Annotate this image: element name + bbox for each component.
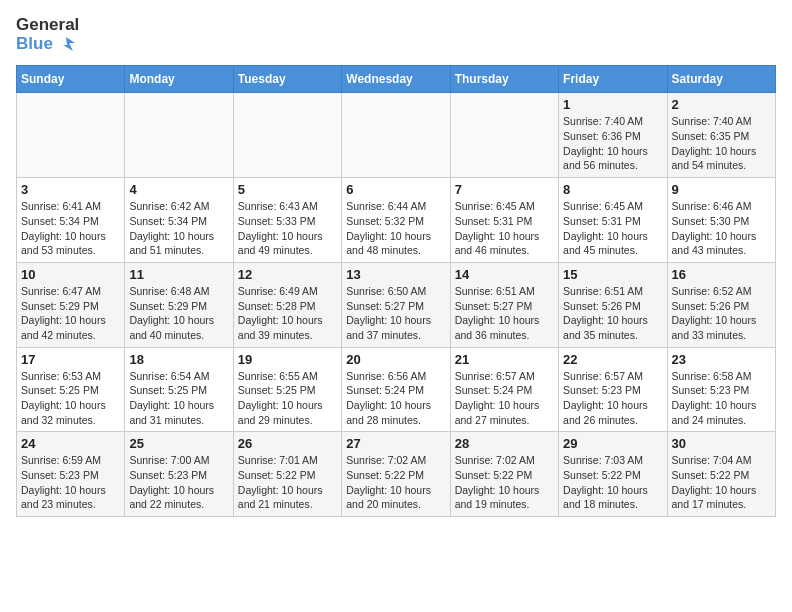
day-info: Sunrise: 6:54 AM Sunset: 5:25 PM Dayligh… xyxy=(129,369,228,428)
logo-blue: Blue xyxy=(16,35,79,54)
weekday-header-friday: Friday xyxy=(559,66,667,93)
day-info: Sunrise: 6:53 AM Sunset: 5:25 PM Dayligh… xyxy=(21,369,120,428)
day-number: 20 xyxy=(346,352,445,367)
day-number: 11 xyxy=(129,267,228,282)
day-info: Sunrise: 6:59 AM Sunset: 5:23 PM Dayligh… xyxy=(21,453,120,512)
day-info: Sunrise: 7:40 AM Sunset: 6:35 PM Dayligh… xyxy=(672,114,771,173)
day-number: 26 xyxy=(238,436,337,451)
calendar-cell: 29Sunrise: 7:03 AM Sunset: 5:22 PM Dayli… xyxy=(559,432,667,517)
calendar-cell xyxy=(450,93,558,178)
logo-text: General Blue xyxy=(16,16,79,53)
calendar-cell: 24Sunrise: 6:59 AM Sunset: 5:23 PM Dayli… xyxy=(17,432,125,517)
day-info: Sunrise: 6:45 AM Sunset: 5:31 PM Dayligh… xyxy=(563,199,662,258)
calendar-cell: 28Sunrise: 7:02 AM Sunset: 5:22 PM Dayli… xyxy=(450,432,558,517)
calendar-cell: 6Sunrise: 6:44 AM Sunset: 5:32 PM Daylig… xyxy=(342,178,450,263)
calendar-cell: 23Sunrise: 6:58 AM Sunset: 5:23 PM Dayli… xyxy=(667,347,775,432)
day-number: 10 xyxy=(21,267,120,282)
weekday-header-monday: Monday xyxy=(125,66,233,93)
day-number: 1 xyxy=(563,97,662,112)
calendar-table: SundayMondayTuesdayWednesdayThursdayFrid… xyxy=(16,65,776,517)
day-number: 5 xyxy=(238,182,337,197)
day-info: Sunrise: 6:43 AM Sunset: 5:33 PM Dayligh… xyxy=(238,199,337,258)
day-number: 30 xyxy=(672,436,771,451)
calendar-cell xyxy=(342,93,450,178)
calendar-cell: 1Sunrise: 7:40 AM Sunset: 6:36 PM Daylig… xyxy=(559,93,667,178)
calendar-cell: 11Sunrise: 6:48 AM Sunset: 5:29 PM Dayli… xyxy=(125,262,233,347)
day-number: 22 xyxy=(563,352,662,367)
calendar-cell: 26Sunrise: 7:01 AM Sunset: 5:22 PM Dayli… xyxy=(233,432,341,517)
calendar-cell: 30Sunrise: 7:04 AM Sunset: 5:22 PM Dayli… xyxy=(667,432,775,517)
calendar-cell: 19Sunrise: 6:55 AM Sunset: 5:25 PM Dayli… xyxy=(233,347,341,432)
day-info: Sunrise: 7:01 AM Sunset: 5:22 PM Dayligh… xyxy=(238,453,337,512)
calendar-cell: 13Sunrise: 6:50 AM Sunset: 5:27 PM Dayli… xyxy=(342,262,450,347)
calendar-cell: 7Sunrise: 6:45 AM Sunset: 5:31 PM Daylig… xyxy=(450,178,558,263)
day-number: 19 xyxy=(238,352,337,367)
calendar-cell: 25Sunrise: 7:00 AM Sunset: 5:23 PM Dayli… xyxy=(125,432,233,517)
day-info: Sunrise: 7:02 AM Sunset: 5:22 PM Dayligh… xyxy=(455,453,554,512)
weekday-header-tuesday: Tuesday xyxy=(233,66,341,93)
day-number: 12 xyxy=(238,267,337,282)
calendar-cell: 27Sunrise: 7:02 AM Sunset: 5:22 PM Dayli… xyxy=(342,432,450,517)
day-number: 8 xyxy=(563,182,662,197)
day-info: Sunrise: 7:04 AM Sunset: 5:22 PM Dayligh… xyxy=(672,453,771,512)
calendar-cell: 16Sunrise: 6:52 AM Sunset: 5:26 PM Dayli… xyxy=(667,262,775,347)
svg-marker-0 xyxy=(63,37,75,51)
day-number: 9 xyxy=(672,182,771,197)
day-number: 4 xyxy=(129,182,228,197)
day-info: Sunrise: 6:51 AM Sunset: 5:26 PM Dayligh… xyxy=(563,284,662,343)
day-number: 24 xyxy=(21,436,120,451)
day-info: Sunrise: 6:58 AM Sunset: 5:23 PM Dayligh… xyxy=(672,369,771,428)
calendar-cell: 9Sunrise: 6:46 AM Sunset: 5:30 PM Daylig… xyxy=(667,178,775,263)
day-number: 3 xyxy=(21,182,120,197)
day-number: 7 xyxy=(455,182,554,197)
day-info: Sunrise: 6:52 AM Sunset: 5:26 PM Dayligh… xyxy=(672,284,771,343)
day-info: Sunrise: 7:40 AM Sunset: 6:36 PM Dayligh… xyxy=(563,114,662,173)
day-info: Sunrise: 6:41 AM Sunset: 5:34 PM Dayligh… xyxy=(21,199,120,258)
day-info: Sunrise: 6:57 AM Sunset: 5:24 PM Dayligh… xyxy=(455,369,554,428)
day-number: 17 xyxy=(21,352,120,367)
day-info: Sunrise: 6:55 AM Sunset: 5:25 PM Dayligh… xyxy=(238,369,337,428)
calendar-cell xyxy=(233,93,341,178)
day-number: 27 xyxy=(346,436,445,451)
logo-bird-icon xyxy=(57,35,75,53)
calendar-cell: 14Sunrise: 6:51 AM Sunset: 5:27 PM Dayli… xyxy=(450,262,558,347)
calendar-cell: 4Sunrise: 6:42 AM Sunset: 5:34 PM Daylig… xyxy=(125,178,233,263)
calendar-cell: 22Sunrise: 6:57 AM Sunset: 5:23 PM Dayli… xyxy=(559,347,667,432)
page-header: General Blue xyxy=(16,16,776,53)
day-number: 18 xyxy=(129,352,228,367)
calendar-cell: 8Sunrise: 6:45 AM Sunset: 5:31 PM Daylig… xyxy=(559,178,667,263)
day-number: 14 xyxy=(455,267,554,282)
calendar-cell: 15Sunrise: 6:51 AM Sunset: 5:26 PM Dayli… xyxy=(559,262,667,347)
day-number: 15 xyxy=(563,267,662,282)
calendar-cell: 17Sunrise: 6:53 AM Sunset: 5:25 PM Dayli… xyxy=(17,347,125,432)
day-number: 21 xyxy=(455,352,554,367)
weekday-header-sunday: Sunday xyxy=(17,66,125,93)
logo-general: General xyxy=(16,16,79,35)
day-info: Sunrise: 7:00 AM Sunset: 5:23 PM Dayligh… xyxy=(129,453,228,512)
day-number: 6 xyxy=(346,182,445,197)
weekday-header-thursday: Thursday xyxy=(450,66,558,93)
day-number: 29 xyxy=(563,436,662,451)
calendar-cell xyxy=(17,93,125,178)
calendar-cell: 12Sunrise: 6:49 AM Sunset: 5:28 PM Dayli… xyxy=(233,262,341,347)
calendar-cell: 2Sunrise: 7:40 AM Sunset: 6:35 PM Daylig… xyxy=(667,93,775,178)
day-info: Sunrise: 6:44 AM Sunset: 5:32 PM Dayligh… xyxy=(346,199,445,258)
day-info: Sunrise: 7:02 AM Sunset: 5:22 PM Dayligh… xyxy=(346,453,445,512)
day-info: Sunrise: 6:48 AM Sunset: 5:29 PM Dayligh… xyxy=(129,284,228,343)
day-number: 25 xyxy=(129,436,228,451)
day-info: Sunrise: 6:42 AM Sunset: 5:34 PM Dayligh… xyxy=(129,199,228,258)
calendar-cell xyxy=(125,93,233,178)
day-info: Sunrise: 6:57 AM Sunset: 5:23 PM Dayligh… xyxy=(563,369,662,428)
day-info: Sunrise: 6:51 AM Sunset: 5:27 PM Dayligh… xyxy=(455,284,554,343)
day-info: Sunrise: 6:49 AM Sunset: 5:28 PM Dayligh… xyxy=(238,284,337,343)
day-number: 2 xyxy=(672,97,771,112)
calendar-cell: 21Sunrise: 6:57 AM Sunset: 5:24 PM Dayli… xyxy=(450,347,558,432)
calendar-cell: 3Sunrise: 6:41 AM Sunset: 5:34 PM Daylig… xyxy=(17,178,125,263)
day-number: 23 xyxy=(672,352,771,367)
day-number: 16 xyxy=(672,267,771,282)
day-info: Sunrise: 6:56 AM Sunset: 5:24 PM Dayligh… xyxy=(346,369,445,428)
calendar-cell: 18Sunrise: 6:54 AM Sunset: 5:25 PM Dayli… xyxy=(125,347,233,432)
weekday-header-wednesday: Wednesday xyxy=(342,66,450,93)
calendar-cell: 10Sunrise: 6:47 AM Sunset: 5:29 PM Dayli… xyxy=(17,262,125,347)
day-number: 28 xyxy=(455,436,554,451)
